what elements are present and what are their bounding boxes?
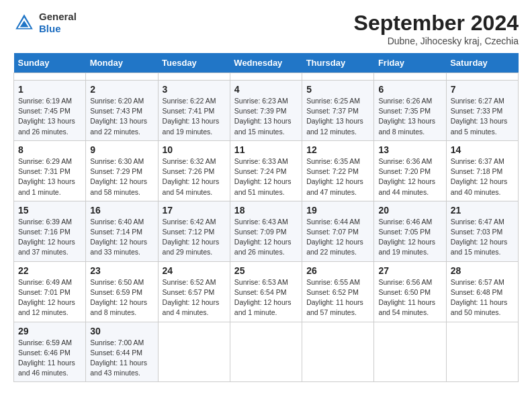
day-detail: Sunrise: 6:30 AM Sunset: 7:29 PM Dayligh… <box>90 156 153 197</box>
logo-general: General <box>39 11 77 22</box>
day-detail: Sunrise: 6:35 AM Sunset: 7:22 PM Dayligh… <box>306 156 369 197</box>
weekday-header-row: SundayMondayTuesdayWednesdayThursdayFrid… <box>14 53 519 73</box>
day-detail: Sunrise: 6:59 AM Sunset: 6:46 PM Dayligh… <box>18 338 81 379</box>
day-number: 26 <box>306 265 369 276</box>
calendar-cell <box>374 73 446 81</box>
day-number: 15 <box>18 205 81 216</box>
day-detail: Sunrise: 6:26 AM Sunset: 7:35 PM Dayligh… <box>378 96 441 137</box>
day-detail: Sunrise: 6:47 AM Sunset: 7:03 PM Dayligh… <box>451 217 514 258</box>
day-detail: Sunrise: 6:29 AM Sunset: 7:31 PM Dayligh… <box>18 156 81 197</box>
calendar-cell: 3Sunrise: 6:22 AM Sunset: 7:41 PM Daylig… <box>158 81 230 141</box>
calendar-cell: 29Sunrise: 6:59 AM Sunset: 6:46 PM Dayli… <box>14 322 86 382</box>
calendar-cell <box>158 73 230 81</box>
calendar-cell: 16Sunrise: 6:40 AM Sunset: 7:14 PM Dayli… <box>86 201 158 261</box>
weekday-tuesday: Tuesday <box>158 53 230 73</box>
day-number: 20 <box>378 205 441 216</box>
calendar-cell: 17Sunrise: 6:42 AM Sunset: 7:12 PM Dayli… <box>158 201 230 261</box>
calendar-title: September 2024 <box>354 11 519 36</box>
day-number: 29 <box>18 326 81 336</box>
day-number: 30 <box>90 326 153 336</box>
day-number: 19 <box>306 205 369 216</box>
calendar-cell: 2Sunrise: 6:20 AM Sunset: 7:43 PM Daylig… <box>86 81 158 141</box>
day-detail: Sunrise: 7:00 AM Sunset: 6:44 PM Dayligh… <box>90 338 153 379</box>
title-block: September 2024 Dubne, Jihocesky kraj, Cz… <box>354 11 519 46</box>
calendar-cell: 20Sunrise: 6:46 AM Sunset: 7:05 PM Dayli… <box>374 201 446 261</box>
day-number: 18 <box>234 205 298 216</box>
day-number: 13 <box>378 144 441 155</box>
calendar-cell: 12Sunrise: 6:35 AM Sunset: 7:22 PM Dayli… <box>302 140 374 201</box>
day-number: 7 <box>451 84 514 95</box>
day-detail: Sunrise: 6:44 AM Sunset: 7:07 PM Dayligh… <box>306 217 369 258</box>
calendar-cell: 30Sunrise: 7:00 AM Sunset: 6:44 PM Dayli… <box>86 322 158 382</box>
day-number: 28 <box>451 265 514 276</box>
calendar-cell: 21Sunrise: 6:47 AM Sunset: 7:03 PM Dayli… <box>446 201 518 261</box>
weekday-thursday: Thursday <box>302 53 374 73</box>
weekday-saturday: Saturday <box>446 53 518 73</box>
day-number: 14 <box>451 144 514 155</box>
day-detail: Sunrise: 6:37 AM Sunset: 7:18 PM Dayligh… <box>451 156 514 197</box>
calendar-cell <box>230 73 302 81</box>
calendar-subtitle: Dubne, Jihocesky kraj, Czechia <box>354 36 519 46</box>
calendar-cell <box>446 73 518 81</box>
day-detail: Sunrise: 6:50 AM Sunset: 6:59 PM Dayligh… <box>90 277 153 318</box>
day-detail: Sunrise: 6:23 AM Sunset: 7:39 PM Dayligh… <box>234 96 298 137</box>
day-number: 23 <box>90 265 153 276</box>
calendar-cell: 10Sunrise: 6:32 AM Sunset: 7:26 PM Dayli… <box>158 140 230 201</box>
day-number: 6 <box>378 84 441 95</box>
day-number: 25 <box>234 265 298 276</box>
day-number: 4 <box>234 84 298 95</box>
calendar-cell: 15Sunrise: 6:39 AM Sunset: 7:16 PM Dayli… <box>14 201 86 261</box>
calendar-cell <box>446 322 518 382</box>
day-detail: Sunrise: 6:25 AM Sunset: 7:37 PM Dayligh… <box>306 96 369 137</box>
day-number: 12 <box>306 144 369 155</box>
logo: General Blue <box>13 11 77 35</box>
day-detail: Sunrise: 6:40 AM Sunset: 7:14 PM Dayligh… <box>90 217 153 258</box>
day-detail: Sunrise: 6:57 AM Sunset: 6:48 PM Dayligh… <box>451 277 514 318</box>
day-detail: Sunrise: 6:27 AM Sunset: 7:33 PM Dayligh… <box>451 96 514 137</box>
calendar-week-row: 15Sunrise: 6:39 AM Sunset: 7:16 PM Dayli… <box>14 201 519 261</box>
calendar-cell: 27Sunrise: 6:56 AM Sunset: 6:50 PM Dayli… <box>374 261 446 322</box>
calendar-cell: 11Sunrise: 6:33 AM Sunset: 7:24 PM Dayli… <box>230 140 302 201</box>
day-detail: Sunrise: 6:46 AM Sunset: 7:05 PM Dayligh… <box>378 217 441 258</box>
day-number: 21 <box>451 205 514 216</box>
calendar-week-row: 22Sunrise: 6:49 AM Sunset: 7:01 PM Dayli… <box>14 261 519 322</box>
calendar-week-row <box>14 73 519 81</box>
calendar-cell <box>230 322 302 382</box>
page: General Blue September 2024 Dubne, Jihoc… <box>0 0 532 393</box>
day-number: 3 <box>163 84 226 95</box>
day-number: 1 <box>18 84 81 95</box>
day-detail: Sunrise: 6:33 AM Sunset: 7:24 PM Dayligh… <box>234 156 298 197</box>
weekday-monday: Monday <box>86 53 158 73</box>
day-number: 2 <box>90 84 153 95</box>
day-detail: Sunrise: 6:52 AM Sunset: 6:57 PM Dayligh… <box>163 277 226 318</box>
day-detail: Sunrise: 6:43 AM Sunset: 7:09 PM Dayligh… <box>234 217 298 258</box>
day-detail: Sunrise: 6:22 AM Sunset: 7:41 PM Dayligh… <box>163 96 226 137</box>
calendar-cell: 4Sunrise: 6:23 AM Sunset: 7:39 PM Daylig… <box>230 81 302 141</box>
calendar-cell: 13Sunrise: 6:36 AM Sunset: 7:20 PM Dayli… <box>374 140 446 201</box>
day-detail: Sunrise: 6:32 AM Sunset: 7:26 PM Dayligh… <box>163 156 226 197</box>
calendar-cell: 18Sunrise: 6:43 AM Sunset: 7:09 PM Dayli… <box>230 201 302 261</box>
weekday-wednesday: Wednesday <box>230 53 302 73</box>
calendar-cell: 23Sunrise: 6:50 AM Sunset: 6:59 PM Dayli… <box>86 261 158 322</box>
day-detail: Sunrise: 6:55 AM Sunset: 6:52 PM Dayligh… <box>306 277 369 318</box>
calendar-cell: 1Sunrise: 6:19 AM Sunset: 7:45 PM Daylig… <box>14 81 86 141</box>
day-detail: Sunrise: 6:49 AM Sunset: 7:01 PM Dayligh… <box>18 277 81 318</box>
day-number: 17 <box>163 205 226 216</box>
day-number: 5 <box>306 84 369 95</box>
day-number: 8 <box>18 144 81 155</box>
weekday-friday: Friday <box>374 53 446 73</box>
calendar-cell <box>14 73 86 81</box>
calendar-week-row: 29Sunrise: 6:59 AM Sunset: 6:46 PM Dayli… <box>14 322 519 382</box>
logo-blue: Blue <box>39 23 61 34</box>
calendar-cell <box>302 322 374 382</box>
calendar-cell <box>374 322 446 382</box>
day-detail: Sunrise: 6:19 AM Sunset: 7:45 PM Dayligh… <box>18 96 81 137</box>
day-number: 10 <box>163 144 226 155</box>
day-number: 9 <box>90 144 153 155</box>
calendar-cell: 8Sunrise: 6:29 AM Sunset: 7:31 PM Daylig… <box>14 140 86 201</box>
header: General Blue September 2024 Dubne, Jihoc… <box>13 11 519 46</box>
calendar-cell: 22Sunrise: 6:49 AM Sunset: 7:01 PM Dayli… <box>14 261 86 322</box>
day-number: 24 <box>163 265 226 276</box>
day-number: 22 <box>18 265 81 276</box>
day-number: 27 <box>378 265 441 276</box>
